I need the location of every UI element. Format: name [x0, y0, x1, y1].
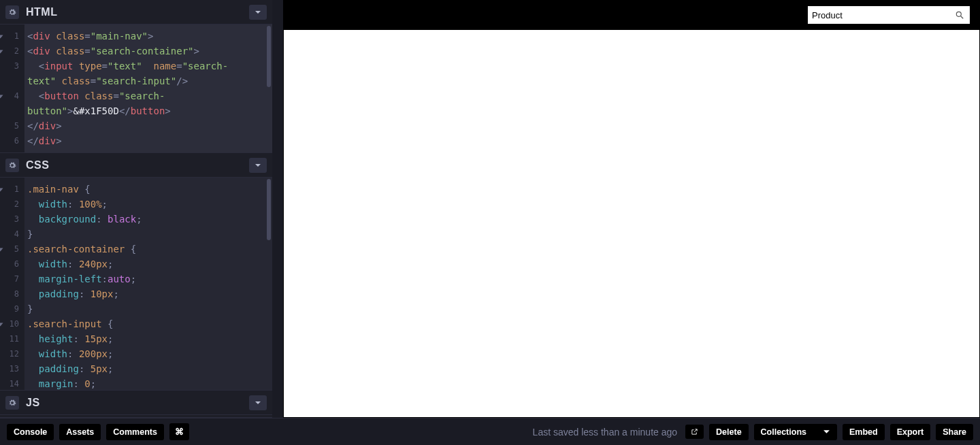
scrollbar[interactable]	[267, 26, 271, 87]
js-settings-button[interactable]	[5, 396, 19, 410]
preview-search-container	[808, 6, 970, 24]
external-link-icon	[691, 428, 698, 435]
chevron-down-icon	[255, 399, 261, 406]
js-collapse-button[interactable]	[249, 395, 267, 410]
js-panel-title: JS	[26, 397, 40, 409]
html-panel-header: HTML	[0, 0, 272, 24]
css-panel-title: CSS	[26, 159, 49, 171]
share-button[interactable]: Share	[936, 424, 973, 440]
html-gutter: 123456	[0, 24, 24, 152]
html-panel-title: HTML	[26, 6, 57, 18]
footer-bar: Console Assets Comments ⌘ Last saved les…	[0, 418, 980, 445]
chevron-down-icon	[255, 9, 261, 16]
css-code[interactable]: .main-nav { width: 100%; background: bla…	[24, 178, 272, 390]
gear-icon	[8, 399, 16, 407]
chevron-down-icon	[255, 162, 261, 169]
export-button[interactable]: Export	[890, 424, 931, 440]
css-panel: CSS 1234567891011121314 .main-nav { widt…	[0, 153, 272, 391]
gear-icon	[8, 161, 16, 169]
html-collapse-button[interactable]	[249, 5, 267, 20]
preview-search-button[interactable]	[953, 9, 966, 21]
css-settings-button[interactable]	[5, 159, 19, 172]
preview-search-input[interactable]	[812, 8, 949, 22]
html-panel: HTML 123456 <div class="main-nav"><div c…	[0, 0, 272, 153]
gear-icon	[8, 8, 16, 16]
css-code-editor[interactable]: 1234567891011121314 .main-nav { width: 1…	[0, 178, 272, 390]
console-button[interactable]: Console	[7, 424, 54, 440]
html-code[interactable]: <div class="main-nav"><div class="search…	[24, 24, 272, 152]
editor-column: HTML 123456 <div class="main-nav"><div c…	[0, 0, 272, 418]
svg-line-1	[961, 16, 964, 19]
scrollbar[interactable]	[267, 179, 271, 240]
js-panel-header: JS	[0, 391, 272, 415]
chevron-down-icon	[823, 428, 830, 435]
html-settings-button[interactable]	[5, 5, 19, 19]
js-panel: JS	[0, 391, 272, 418]
css-collapse-button[interactable]	[249, 158, 267, 173]
delete-button[interactable]: Delete	[709, 424, 749, 440]
column-resizer[interactable]	[272, 0, 283, 418]
html-code-editor[interactable]: 123456 <div class="main-nav"><div class=…	[0, 24, 272, 152]
embed-button[interactable]: Embed	[843, 424, 885, 440]
open-external-button[interactable]	[685, 425, 704, 439]
shortcuts-button[interactable]: ⌘	[169, 423, 189, 440]
css-gutter: 1234567891011121314	[0, 178, 24, 390]
save-status: Last saved less than a minute ago	[533, 427, 677, 438]
comments-button[interactable]: Comments	[106, 424, 164, 440]
preview-pane	[283, 0, 980, 418]
collections-label: Collections	[761, 427, 806, 437]
search-icon	[955, 10, 964, 20]
css-panel-header: CSS	[0, 153, 272, 178]
preview-main-nav	[284, 0, 979, 30]
assets-button[interactable]: Assets	[59, 424, 101, 440]
collections-button[interactable]: Collections	[754, 424, 837, 440]
svg-point-0	[956, 12, 961, 16]
